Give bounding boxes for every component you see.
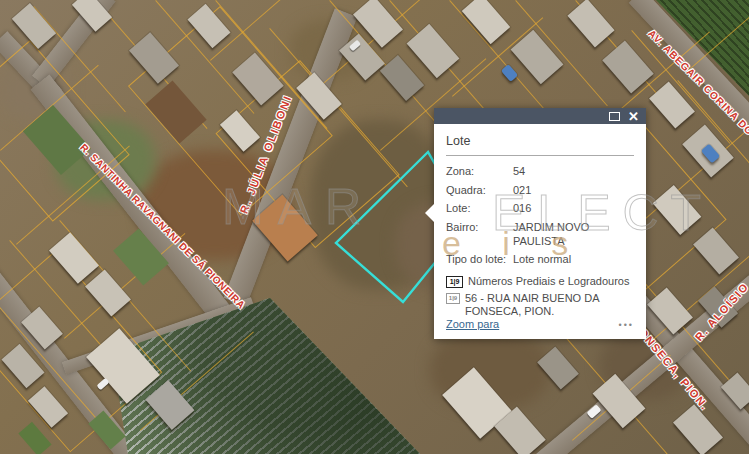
popup-header: ✕ <box>434 108 646 124</box>
feature-popup: ✕ Lote Zona: 54 Quadra: 021 Lote: 016 Ba… <box>434 108 646 339</box>
field-row-bairro: Bairro: JARDIM NOVO PAULISTA <box>446 220 634 248</box>
map-viewport[interactable]: R. SANTINHA RAVAGNANI DE SÁ PIONEIRA R. … <box>0 0 749 454</box>
field-value: JARDIM NOVO PAULISTA <box>513 220 634 248</box>
field-label: Zona: <box>446 164 513 178</box>
field-value: 54 <box>513 164 634 178</box>
field-row-lote: Lote: 016 <box>446 201 634 215</box>
field-value: Lote normal <box>513 252 634 266</box>
related-text: Números Prediais e Logradouros <box>468 275 629 288</box>
related-text: 56 - RUA NAIR BUENO DA FONSECA, PION. <box>465 292 634 318</box>
popup-pointer <box>425 204 434 222</box>
field-label: Tipo do lote: <box>446 252 513 266</box>
related-records: 1|9 Números Prediais e Logradouros 1|9 5… <box>446 275 634 318</box>
field-label: Quadra: <box>446 183 513 197</box>
field-label: Bairro: <box>446 220 513 248</box>
field-label: Lote: <box>446 201 513 215</box>
related-record-icon: 1|9 <box>446 293 460 304</box>
related-row[interactable]: 1|9 Números Prediais e Logradouros <box>446 275 634 288</box>
field-row-tipo: Tipo do lote: Lote normal <box>446 252 634 266</box>
related-row[interactable]: 1|9 56 - RUA NAIR BUENO DA FONSECA, PION… <box>446 292 634 318</box>
field-row-quadra: Quadra: 021 <box>446 183 634 197</box>
more-options-button[interactable]: ••• <box>619 320 634 330</box>
related-table-icon: 1|9 <box>446 276 463 288</box>
popup-title: Lote <box>446 134 634 148</box>
divider <box>446 155 634 156</box>
popup-body: Lote Zona: 54 Quadra: 021 Lote: 016 Bair… <box>434 124 646 339</box>
zoom-para-link[interactable]: Zoom para <box>446 318 499 330</box>
maximize-icon[interactable] <box>609 112 620 121</box>
close-icon[interactable]: ✕ <box>628 110 639 123</box>
field-row-zona: Zona: 54 <box>446 164 634 178</box>
field-value: 021 <box>513 183 634 197</box>
field-value: 016 <box>513 201 634 215</box>
